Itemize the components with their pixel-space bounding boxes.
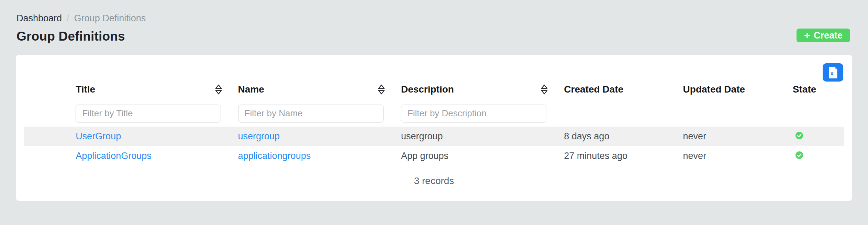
- column-header-name[interactable]: Name: [238, 55, 401, 100]
- state-active-check-icon: [795, 132, 803, 139]
- group-definitions-table: Title Name: [24, 55, 844, 166]
- filter-cell-created: [564, 100, 683, 127]
- table-row: ApplicationGroups applicationgroups App …: [24, 146, 844, 166]
- column-header-description-label: Description: [401, 84, 454, 95]
- filter-cell-empty: [24, 100, 76, 127]
- file-excel-icon: x: [828, 66, 838, 79]
- table-header-row: Title Name: [24, 55, 844, 100]
- column-header-empty: [24, 55, 76, 100]
- table-filter-row: [24, 100, 844, 127]
- create-button-label: Create: [814, 30, 843, 41]
- svg-text:x: x: [830, 70, 833, 76]
- page: Dashboard / Group Definitions Group Defi…: [0, 0, 868, 225]
- row-title-link[interactable]: UserGroup: [76, 131, 121, 141]
- group-definitions-card: x Title: [16, 55, 852, 201]
- filter-by-title-input[interactable]: [76, 105, 221, 122]
- filter-cell-state: [793, 100, 844, 127]
- records-count: 3 records: [24, 166, 844, 186]
- sort-icon[interactable]: [541, 84, 548, 95]
- filter-by-name-input[interactable]: [238, 105, 383, 122]
- filter-cell-updated: [683, 100, 793, 127]
- filter-cell-name: [238, 100, 401, 127]
- breadcrumb-separator: /: [67, 13, 69, 23]
- page-title: Group Definitions: [16, 29, 850, 44]
- plus-icon: +: [804, 30, 810, 41]
- breadcrumb-dashboard-link[interactable]: Dashboard: [16, 13, 62, 23]
- table-row: UserGroup usergroup usergroup 8 days ago…: [24, 127, 844, 146]
- row-updated-date: never: [683, 127, 793, 146]
- row-description: App groups: [401, 146, 564, 166]
- column-header-description[interactable]: Description: [401, 55, 564, 100]
- column-header-updated-date: Updated Date: [683, 55, 793, 100]
- export-excel-button[interactable]: x: [823, 63, 843, 82]
- row-created-date: 27 minutes ago: [564, 146, 683, 166]
- page-header: Dashboard / Group Definitions Group Defi…: [0, 0, 868, 44]
- breadcrumb: Dashboard / Group Definitions: [16, 13, 850, 23]
- column-header-title[interactable]: Title: [76, 55, 238, 100]
- row-created-date: 8 days ago: [564, 127, 683, 146]
- state-active-check-icon: [795, 151, 803, 159]
- create-button[interactable]: + Create: [797, 29, 850, 42]
- filter-cell-title: [76, 100, 238, 127]
- row-description: usergroup: [401, 127, 564, 146]
- sort-icon[interactable]: [215, 84, 222, 95]
- column-header-created-date: Created Date: [564, 55, 683, 100]
- row-name-link[interactable]: applicationgroups: [238, 151, 311, 161]
- filter-by-description-input[interactable]: [401, 105, 546, 122]
- breadcrumb-current: Group Definitions: [74, 13, 146, 23]
- filter-cell-description: [401, 100, 564, 127]
- row-updated-date: never: [683, 146, 793, 166]
- row-name-link[interactable]: usergroup: [238, 131, 280, 141]
- sort-icon[interactable]: [378, 84, 385, 95]
- column-header-name-label: Name: [238, 84, 264, 95]
- column-header-title-label: Title: [76, 84, 95, 95]
- row-title-link[interactable]: ApplicationGroups: [76, 151, 152, 161]
